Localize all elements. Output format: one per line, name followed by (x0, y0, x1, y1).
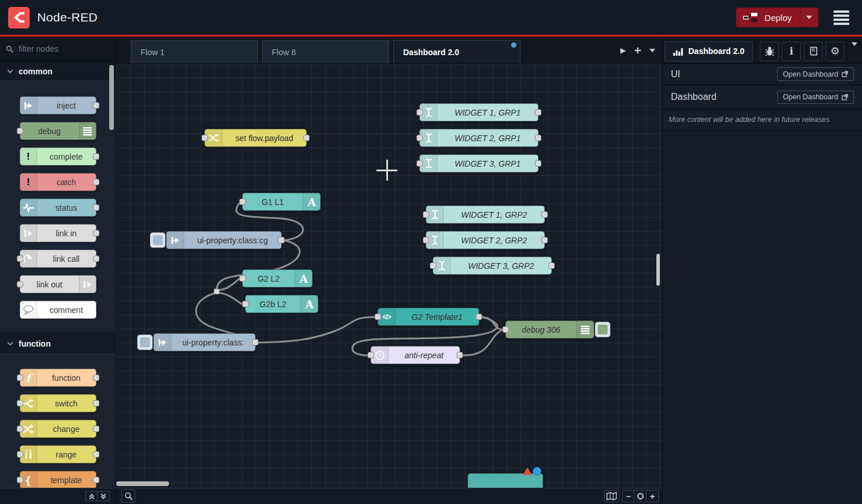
output-port[interactable] (278, 237, 285, 243)
open-dashboard-button[interactable]: Open Dashboard (777, 67, 854, 81)
palette-node-inject[interactable]: inject (20, 96, 96, 114)
node-widget-2-grp1[interactable]: WIDGET 2, GRP1 (419, 129, 538, 147)
output-port (93, 179, 99, 185)
sidebar-tab-dashboard[interactable]: Dashboard 2.0 (665, 41, 753, 62)
palette-node-template[interactable]: { template (20, 471, 96, 488)
list-lines-icon (79, 123, 96, 139)
canvas-h-scrollbar[interactable] (116, 481, 169, 486)
expand-all-button[interactable] (98, 491, 110, 501)
category-common[interactable]: common (0, 62, 116, 81)
palette-node-complete[interactable]: ! complete (20, 147, 96, 165)
node-anti-repeat[interactable]: anti-repeat (371, 346, 460, 364)
sidebar-row-ui: UI Open Dashboard (663, 64, 862, 85)
external-link-icon (842, 94, 848, 100)
input-port[interactable] (242, 301, 249, 307)
node-ui-property-class[interactable]: ui-property:class: (153, 333, 256, 351)
node-set-flow-payload[interactable]: set flow.payload (204, 129, 307, 147)
tab-flow-1[interactable]: Flow 1 (131, 40, 258, 63)
output-port[interactable] (541, 237, 548, 243)
add-flow-button[interactable]: + (634, 44, 641, 56)
input-port[interactable] (416, 109, 423, 116)
wire (218, 293, 242, 304)
palette-node-function[interactable]: f function (20, 369, 96, 387)
node-widget-3-grp1[interactable]: WIDGET 3, GRP1 (419, 154, 538, 172)
palette-node-catch[interactable]: ! catch (20, 173, 96, 191)
deploy-options-button[interactable] (800, 8, 818, 27)
zoom-out-button[interactable]: − (622, 490, 634, 502)
node-g2-template1[interactable]: </> G2 Template1 (378, 308, 479, 326)
palette-node-range[interactable]: range (20, 445, 96, 463)
tab-list-button[interactable] (649, 49, 655, 52)
list-lines-icon (576, 321, 594, 338)
inject-button[interactable] (150, 232, 166, 248)
node-g2b-l2[interactable]: G2b L2 A (245, 295, 318, 313)
palette-scrollbar[interactable] (109, 65, 114, 130)
navigator-button[interactable] (604, 490, 619, 502)
palette-node-status[interactable]: status (20, 199, 96, 217)
node-g1-l1[interactable]: G1 L1 A (242, 193, 321, 211)
debug-sidebar-button[interactable] (760, 42, 779, 61)
input-port[interactable] (202, 135, 208, 141)
output-port[interactable] (457, 352, 463, 358)
gear-icon: ⚙ (831, 46, 840, 56)
open-dashboard-button[interactable]: Open Dashboard (777, 91, 854, 104)
main-menu-button[interactable] (834, 10, 849, 25)
node-clipped-bottom[interactable] (468, 473, 543, 488)
collapse-all-button[interactable] (85, 491, 98, 501)
tab-flow-8[interactable]: Flow 8 (262, 40, 389, 63)
input-port[interactable] (416, 160, 423, 167)
info-sidebar-button[interactable]: i (782, 42, 801, 61)
palette-node-change[interactable]: change (20, 420, 96, 438)
debug-toggle-button[interactable] (595, 322, 610, 337)
palette-node-switch[interactable]: switch (20, 394, 96, 412)
inject-button[interactable] (137, 334, 153, 350)
input-port[interactable] (423, 211, 429, 218)
palette-node-link-out[interactable]: link out (20, 275, 96, 293)
node-widget-1-grp1[interactable]: WIDGET 1, GRP1 (419, 103, 538, 121)
output-port[interactable] (535, 160, 541, 167)
output-port[interactable] (535, 135, 541, 141)
input-port[interactable] (239, 275, 246, 282)
output-port (93, 451, 99, 458)
zoom-in-button[interactable]: + (646, 490, 659, 502)
input-port[interactable] (502, 326, 509, 333)
palette-node-comment[interactable]: comment (20, 301, 96, 319)
sidebar-options-button[interactable] (852, 46, 857, 56)
output-port[interactable] (535, 109, 541, 116)
node-debug-306[interactable]: debug 306 (505, 321, 594, 339)
node-ui-property-class-cg[interactable]: ui-property:class:cg (166, 231, 282, 249)
palette-node-link-call[interactable]: link call (20, 250, 96, 268)
filter-nodes-input[interactable] (17, 44, 105, 54)
input-port[interactable] (416, 135, 423, 141)
output-port[interactable] (541, 211, 548, 218)
input-port[interactable] (423, 237, 429, 243)
deploy-button[interactable]: Deploy (736, 8, 818, 27)
input-port (17, 375, 23, 381)
node-g2-l2[interactable]: G2 L2 A (242, 269, 313, 287)
input-port (17, 477, 23, 483)
node-widget-1-grp2[interactable]: WIDGET 1, GRP2 (426, 206, 545, 224)
output-port[interactable] (303, 135, 310, 141)
next-tab-icon[interactable]: ▶ (620, 46, 626, 55)
output-port[interactable] (252, 339, 258, 345)
node-widget-3-grp2[interactable]: WIDGET 3, GRP2 (433, 257, 552, 275)
config-sidebar-button[interactable]: ⚙ (825, 42, 845, 61)
palette-node-link-in[interactable]: link in (20, 224, 96, 242)
tab-dashboard-2-0[interactable]: Dashboard 2.0 (393, 40, 520, 63)
category-function[interactable]: function (0, 334, 116, 354)
input-port[interactable] (368, 352, 374, 358)
input-port[interactable] (239, 199, 246, 205)
palette-node-debug[interactable]: debug (20, 122, 96, 140)
flow-canvas[interactable]: set flow.payload WIDGET 1, GRP1 WIDGET 2… (116, 64, 662, 488)
node-widget-2-grp2[interactable]: WIDGET 2, GRP2 (426, 231, 545, 249)
search-flows-button[interactable] (121, 489, 135, 503)
canvas-v-scrollbar[interactable] (656, 254, 660, 286)
wire-junction[interactable] (214, 289, 220, 294)
search-icon (124, 492, 133, 501)
output-port[interactable] (548, 262, 555, 269)
input-port[interactable] (430, 262, 436, 269)
input-port[interactable] (375, 314, 381, 320)
zoom-reset-button[interactable] (634, 490, 646, 502)
help-sidebar-button[interactable] (804, 42, 823, 61)
output-port[interactable] (476, 314, 482, 320)
